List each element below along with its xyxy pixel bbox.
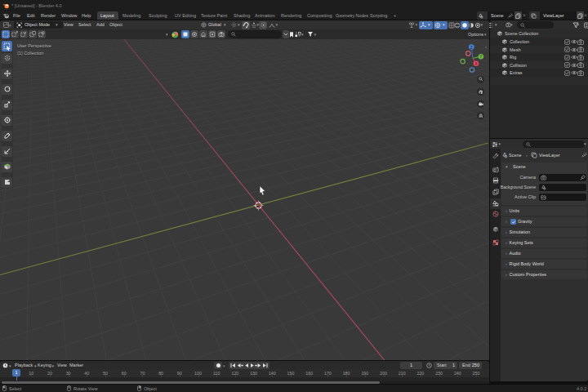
svg-text:Z: Z <box>470 45 473 50</box>
